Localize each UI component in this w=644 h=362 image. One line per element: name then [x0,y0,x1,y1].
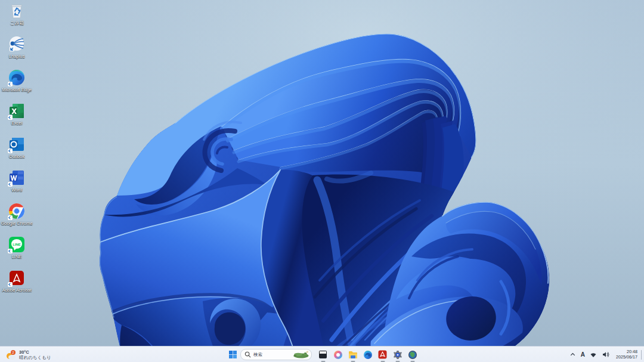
svg-text:LINE: LINE [13,243,21,246]
